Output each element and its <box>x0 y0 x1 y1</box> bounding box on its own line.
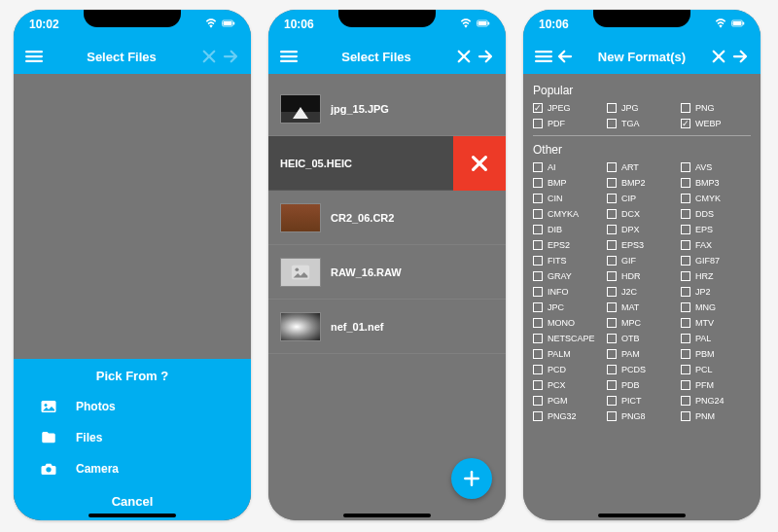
close-button[interactable] <box>708 48 729 65</box>
format-option[interactable]: CMYKA <box>533 209 603 219</box>
format-option[interactable]: AI <box>533 162 603 172</box>
format-option[interactable]: CMYK <box>681 194 751 203</box>
format-option[interactable]: DPX <box>607 225 677 234</box>
format-option[interactable]: JPG <box>607 103 677 113</box>
format-option[interactable]: PDF <box>533 119 603 128</box>
format-option[interactable]: GIF <box>607 256 677 266</box>
format-option[interactable]: EPS2 <box>533 240 603 250</box>
format-option[interactable]: PNG <box>681 103 751 113</box>
option-label: Photos <box>76 400 116 413</box>
checkbox-icon <box>533 119 543 128</box>
file-row[interactable]: RAW_16.RAW <box>268 245 506 300</box>
format-option[interactable]: FAX <box>681 240 751 250</box>
close-button[interactable] <box>453 48 475 65</box>
format-label: J2C <box>621 287 637 297</box>
format-option[interactable]: PALM <box>533 349 603 359</box>
delete-button[interactable] <box>453 136 506 191</box>
format-option[interactable]: PCL <box>681 365 751 374</box>
file-row[interactable]: HEIC_05.HEIC <box>268 136 453 191</box>
format-label: PAL <box>695 334 711 343</box>
svg-rect-5 <box>25 60 43 62</box>
format-option[interactable]: PCD <box>533 365 603 374</box>
page-title: New Format(s) <box>576 50 708 64</box>
format-option[interactable]: JPEG <box>533 103 603 113</box>
format-option[interactable]: HRZ <box>681 271 751 281</box>
format-option[interactable]: BMP2 <box>607 178 677 188</box>
format-option[interactable]: ART <box>607 162 677 172</box>
format-option[interactable]: PNG24 <box>681 396 751 406</box>
menu-button[interactable] <box>23 48 45 65</box>
format-option[interactable]: PAM <box>607 349 677 359</box>
add-file-fab[interactable] <box>451 458 492 499</box>
svg-point-9 <box>45 404 48 407</box>
file-row[interactable]: nef_01.nef <box>268 300 506 354</box>
checkbox-icon <box>681 240 690 250</box>
format-option[interactable]: PCDS <box>607 365 677 374</box>
file-row[interactable]: jpg_15.JPG <box>268 82 506 136</box>
next-arrow-button[interactable] <box>729 48 751 65</box>
format-label: BMP <box>548 178 567 188</box>
format-option[interactable]: BMP <box>533 178 603 188</box>
format-option[interactable]: MONO <box>533 318 603 328</box>
format-option[interactable]: JP2 <box>681 287 751 297</box>
formats-area[interactable]: Popular JPEGJPGPNGPDFTGAWEBP Other AIART… <box>523 74 760 520</box>
checkbox-icon <box>607 240 617 250</box>
checkbox-icon <box>607 271 617 281</box>
format-option[interactable]: WEBP <box>681 119 751 128</box>
format-option[interactable]: MAT <box>607 302 677 312</box>
next-arrow-button[interactable] <box>220 48 241 65</box>
format-option[interactable]: EPS3 <box>607 240 677 250</box>
menu-button[interactable] <box>278 48 300 65</box>
format-option[interactable]: FITS <box>533 256 603 266</box>
format-option[interactable]: BMP3 <box>681 178 751 188</box>
format-option[interactable]: TGA <box>607 119 677 128</box>
format-option[interactable]: DIB <box>533 225 603 234</box>
format-option[interactable]: MTV <box>681 318 751 328</box>
format-option[interactable]: EPS <box>681 225 751 234</box>
format-option[interactable]: PNM <box>681 411 751 421</box>
wifi-icon <box>714 17 727 33</box>
format-option[interactable]: NETSCAPE <box>533 334 603 343</box>
close-button[interactable] <box>198 48 220 65</box>
format-option[interactable]: CIN <box>533 194 603 203</box>
format-option[interactable]: PBM <box>681 349 751 359</box>
menu-button[interactable] <box>533 48 554 65</box>
format-option[interactable]: MPC <box>607 318 677 328</box>
format-option[interactable]: PAL <box>681 334 751 343</box>
checkbox-icon <box>533 162 543 172</box>
format-option[interactable]: PFM <box>681 380 751 390</box>
checkbox-icon <box>533 225 543 234</box>
format-option[interactable]: DDS <box>681 209 751 219</box>
format-option[interactable]: PGM <box>533 396 603 406</box>
format-option[interactable]: INFO <box>533 287 603 297</box>
file-row-swiped[interactable]: HEIC_05.HEIC <box>268 136 506 191</box>
format-option[interactable]: AVS <box>681 162 751 172</box>
format-option[interactable]: JPC <box>533 302 603 312</box>
format-option[interactable]: HDR <box>607 271 677 281</box>
file-row[interactable]: CR2_06.CR2 <box>268 191 506 245</box>
format-option[interactable]: PCX <box>533 380 603 390</box>
format-option[interactable]: CIP <box>607 194 677 203</box>
format-option[interactable]: OTB <box>607 334 677 343</box>
format-label: PICT <box>621 396 642 406</box>
checkbox-icon <box>533 256 543 266</box>
format-option[interactable]: J2C <box>607 287 677 297</box>
format-option[interactable]: MNG <box>681 302 751 312</box>
format-option[interactable]: PICT <box>607 396 677 406</box>
format-option[interactable]: PDB <box>607 380 677 390</box>
next-arrow-button[interactable] <box>475 48 496 65</box>
file-name: CR2_06.CR2 <box>331 212 394 224</box>
phone-screen-1: 10:02 Select Files Pick From ? <box>14 10 251 520</box>
format-option[interactable]: GRAY <box>533 271 603 281</box>
format-option[interactable]: PNG8 <box>607 411 677 421</box>
format-option[interactable]: GIF87 <box>681 256 751 266</box>
format-label: GIF <box>621 256 636 266</box>
option-photos[interactable]: Photos <box>27 391 237 422</box>
back-arrow-button[interactable] <box>554 48 576 65</box>
option-files[interactable]: Files <box>27 422 237 453</box>
format-option[interactable]: DCX <box>607 209 677 219</box>
cancel-button[interactable]: Cancel <box>27 490 237 513</box>
checkbox-icon <box>607 119 617 128</box>
format-option[interactable]: PNG32 <box>533 411 603 421</box>
option-camera[interactable]: Camera <box>27 453 237 484</box>
